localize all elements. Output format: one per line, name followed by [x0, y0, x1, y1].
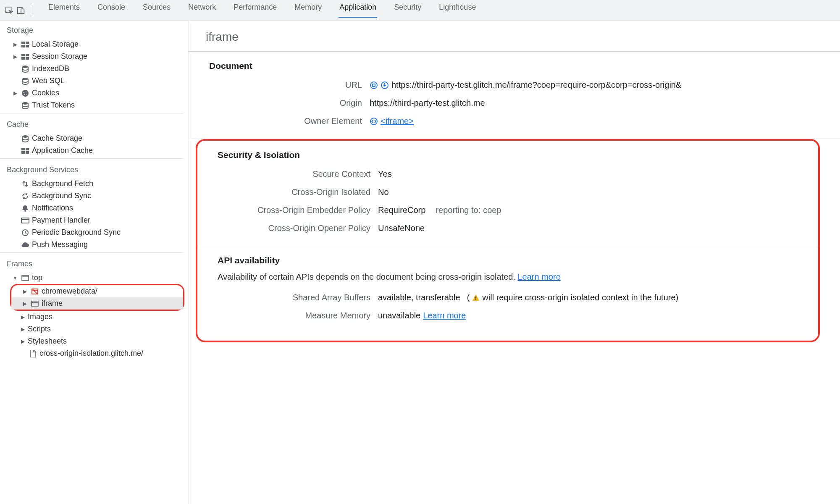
code-icon: [370, 117, 378, 126]
sidebar-item-background-fetch[interactable]: Background Fetch: [0, 178, 189, 190]
api-description: Availability of certain APIs depends on …: [218, 272, 515, 281]
open-newtab-icon[interactable]: [370, 81, 378, 89]
sidebar-item-label: iframe: [42, 299, 63, 308]
chevron-right-icon: ▶: [19, 326, 26, 332]
sidebar-item-label: Application Cache: [32, 146, 93, 155]
sidebar-item-label: Cache Storage: [32, 134, 82, 143]
sidebar-item-application-cache[interactable]: Application Cache: [0, 144, 189, 157]
tab-security[interactable]: Security: [393, 3, 422, 18]
chevron-down-icon: ▼: [12, 275, 18, 281]
bell-icon: [20, 205, 30, 212]
sidebar-item-images[interactable]: ▶ Images: [0, 311, 189, 323]
sidebar-item-scripts[interactable]: ▶ Scripts: [0, 323, 189, 335]
url-label: URL: [189, 80, 370, 90]
tab-elements[interactable]: Elements: [47, 3, 81, 18]
card-icon: [20, 218, 30, 223]
sidebar-item-payment-handler[interactable]: Payment Handler: [0, 214, 189, 226]
frames-highlight-box: ▶ chromewebdata/ ▶ iframe: [10, 284, 184, 311]
sidebar-item-label: cross-origin-isolation.glitch.me/: [39, 349, 143, 358]
sidebar-item-label: Payment Handler: [32, 216, 90, 225]
database-icon: [20, 102, 30, 109]
sidebar-item-cache-storage[interactable]: Cache Storage: [0, 132, 189, 144]
svg-point-24: [24, 210, 26, 212]
tab-lighthouse[interactable]: Lighthouse: [438, 3, 477, 18]
mm-value: unavailable: [378, 311, 420, 320]
svg-point-16: [24, 94, 25, 94]
svg-rect-2: [21, 9, 24, 13]
sidebar-item-label: top: [32, 273, 42, 282]
sidebar-item-label: chromewebdata/: [42, 287, 97, 296]
svg-point-15: [26, 91, 26, 92]
api-learn-more-link[interactable]: Learn more: [518, 272, 561, 281]
warning-icon: [472, 294, 480, 302]
window-icon: [20, 275, 30, 281]
chevron-right-icon: ▶: [12, 54, 18, 60]
reveal-network-icon[interactable]: [381, 81, 389, 89]
sidebar-item-label: Stylesheets: [28, 337, 67, 346]
sidebar-item-document[interactable]: cross-origin-isolation.glitch.me/: [0, 347, 189, 360]
inspect-element-icon[interactable]: [3, 5, 15, 16]
sidebar-item-label: Cookies: [32, 89, 59, 97]
clock-icon: [20, 229, 30, 236]
sidebar-item-label: IndexedDB: [32, 64, 69, 73]
svg-rect-22: [21, 151, 25, 154]
sidebar-item-label: Images: [28, 312, 52, 321]
chevron-right-icon: ▶: [12, 90, 18, 96]
tab-memory[interactable]: Memory: [294, 3, 323, 18]
tab-console[interactable]: Console: [97, 3, 126, 18]
svg-rect-21: [26, 148, 29, 150]
application-sidebar: Storage ▶ Local Storage ▶ Session Storag…: [0, 21, 189, 504]
svg-point-12: [22, 78, 28, 80]
svg-rect-39: [475, 297, 476, 299]
device-toggle-icon[interactable]: [15, 5, 27, 16]
svg-point-13: [22, 90, 29, 97]
sidebar-item-cookies[interactable]: ▶ Cookies: [0, 87, 189, 99]
api-heading: API availability: [197, 246, 818, 270]
topbar-divider: [32, 5, 32, 16]
storage-icon: [20, 42, 30, 47]
cookie-icon: [20, 89, 30, 97]
sidebar-item-notifications[interactable]: Notifications: [0, 202, 189, 214]
chevron-right-icon: ▶: [12, 42, 18, 47]
sidebar-item-indexeddb[interactable]: IndexedDB: [0, 63, 189, 75]
storage-icon: [20, 148, 30, 154]
tab-application[interactable]: Application: [339, 3, 377, 18]
sidebar-item-websql[interactable]: Web SQL: [0, 75, 189, 87]
origin-value: https://third-party-test.glitch.me: [370, 98, 840, 108]
sidebar-item-periodic-sync[interactable]: Periodic Background Sync: [0, 226, 189, 239]
sidebar-item-stylesheets[interactable]: ▶ Stylesheets: [0, 335, 189, 347]
mm-label: Measure Memory: [197, 311, 378, 320]
chevron-right-icon: ▶: [19, 314, 26, 320]
sidebar-item-label: Background Sync: [32, 192, 91, 200]
sab-label: Shared Array Buffers: [197, 293, 378, 302]
sidebar-item-local-storage[interactable]: ▶ Local Storage: [0, 38, 189, 50]
sidebar-item-trust-tokens[interactable]: Trust Tokens: [0, 99, 189, 111]
sidebar-item-push-messaging[interactable]: Push Messaging: [0, 239, 189, 251]
sidebar-section-storage: Storage: [0, 21, 189, 38]
sidebar-item-frame-top[interactable]: ▼ top: [0, 272, 189, 284]
svg-rect-33: [32, 301, 38, 306]
sidebar-item-frame-iframe[interactable]: ▶ iframe: [11, 297, 183, 310]
coep-reporting-label: reporting to:: [436, 205, 480, 215]
sidebar-item-background-sync[interactable]: Background Sync: [0, 190, 189, 202]
sidebar-item-label: Periodic Background Sync: [32, 228, 121, 237]
sidebar-item-frame-chromewebdata[interactable]: ▶ chromewebdata/: [11, 285, 183, 297]
svg-point-11: [22, 66, 28, 68]
tab-network[interactable]: Network: [187, 3, 217, 18]
url-value: https://third-party-test.glitch.me/ifram…: [391, 80, 681, 90]
sidebar-item-session-storage[interactable]: ▶ Session Storage: [0, 50, 189, 63]
sidebar-item-label: Background Fetch: [32, 179, 93, 188]
devtools-topbar: Elements Console Sources Network Perform…: [0, 0, 840, 21]
mm-learn-more-link[interactable]: Learn more: [423, 311, 466, 320]
document-section: Document URL https://third-party-test.gl…: [189, 52, 840, 139]
svg-point-17: [26, 94, 27, 94]
owner-element-link[interactable]: <iframe>: [381, 116, 414, 126]
frame-title: iframe: [189, 21, 840, 52]
tab-performance[interactable]: Performance: [233, 3, 278, 18]
svg-point-18: [22, 102, 28, 105]
tab-sources[interactable]: Sources: [142, 3, 171, 18]
svg-rect-7: [21, 54, 25, 56]
svg-point-35: [370, 82, 377, 89]
security-highlight-box: Security & Isolation Secure Context Yes …: [196, 139, 820, 342]
coi-value: No: [378, 187, 818, 197]
